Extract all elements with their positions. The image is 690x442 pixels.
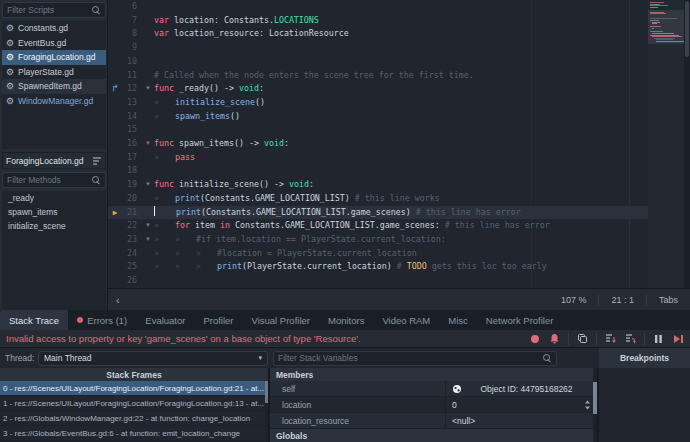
code-line[interactable]: 16▾func spawn_items() -> void: bbox=[108, 137, 690, 151]
script-item[interactable]: ⚙SpawnedItem.gd bbox=[2, 79, 106, 94]
code-area[interactable]: 67var location: Constants.LOCATIONS8var … bbox=[108, 0, 690, 288]
indent-marker: » bbox=[154, 219, 175, 233]
filter-scripts-input[interactable] bbox=[7, 5, 92, 15]
minimap[interactable] bbox=[648, 0, 684, 288]
tab-label: Stack Trace bbox=[9, 315, 59, 326]
script-item[interactable]: ⚙ForagingLocation.gd bbox=[2, 50, 106, 65]
code-line[interactable]: 26 bbox=[108, 274, 690, 288]
code-line[interactable]: 13»initialize_scene() bbox=[108, 96, 690, 110]
fold-arrow-icon[interactable]: ▾ bbox=[142, 219, 154, 233]
code-text bbox=[154, 274, 690, 288]
stack-frame-row[interactable]: 1 - res://Scenes/UILayout/ForagingLocati… bbox=[0, 396, 268, 411]
filter-methods-input[interactable] bbox=[7, 175, 92, 185]
member-row[interactable]: selfObject ID: 44795168262 bbox=[270, 381, 597, 397]
continue-icon[interactable] bbox=[672, 332, 685, 345]
fold-arrow-icon[interactable]: ▾ bbox=[142, 233, 154, 247]
code-line[interactable]: 9 bbox=[108, 41, 690, 55]
copy-error-icon[interactable] bbox=[576, 332, 589, 345]
code-line[interactable]: 25»»»print(PlayerState.current_location)… bbox=[108, 260, 690, 274]
code-text bbox=[154, 41, 690, 55]
code-line[interactable]: 20»print(Constants.GAME_LOCATION_LIST) #… bbox=[108, 192, 690, 206]
tab-visual-profiler[interactable]: Visual Profiler bbox=[243, 310, 319, 330]
current-script-bar[interactable]: ForagingLocation.gd bbox=[2, 152, 106, 169]
value-stepper-icon[interactable] bbox=[584, 400, 591, 410]
error-message: Invalid access to property or key 'game_… bbox=[0, 333, 528, 344]
method-item[interactable]: initialize_scene bbox=[2, 219, 106, 233]
line-number: 15 bbox=[122, 123, 142, 137]
code-line[interactable]: 24»»»#location = PlayerState.current_loc… bbox=[108, 247, 690, 261]
tab-evaluator[interactable]: Evaluator bbox=[136, 310, 194, 330]
editor-vertical-scrollbar[interactable] bbox=[684, 0, 690, 288]
tab-video-ram[interactable]: Video RAM bbox=[373, 310, 439, 330]
break-indicator-icon[interactable] bbox=[528, 332, 541, 345]
caret-position[interactable]: 21 : 1 bbox=[599, 295, 646, 305]
code-line[interactable]: 22▾»for item in Constants.GAME_LOCATION_… bbox=[108, 219, 690, 233]
code-line[interactable]: ↱12▾func _ready() -> void: bbox=[108, 82, 690, 96]
filter-scripts-box bbox=[2, 2, 106, 18]
code-line[interactable]: 8var location_resource: LocationResource bbox=[108, 27, 690, 41]
tab-profiler[interactable]: Profiler bbox=[194, 310, 242, 330]
minimap-viewport[interactable] bbox=[648, 10, 684, 44]
fold-gutter bbox=[142, 55, 154, 69]
code-line[interactable]: 11# Called when the node enters the scen… bbox=[108, 69, 690, 83]
thread-dropdown[interactable]: Main Thread ▾ bbox=[38, 351, 268, 366]
script-item[interactable]: ⚙WindowManager.gd bbox=[2, 94, 106, 109]
fold-arrow-icon[interactable]: ▾ bbox=[142, 178, 154, 192]
stack-frame-row[interactable]: 3 - res://Globals/EventBus.gd:6 - at fun… bbox=[0, 426, 268, 441]
indent-space: » bbox=[155, 206, 176, 220]
fold-arrow-icon[interactable]: ▾ bbox=[142, 82, 154, 96]
code-line[interactable]: 19▾func initialize_scene() -> void: bbox=[108, 178, 690, 192]
tab-errors-1-[interactable]: Errors (1) bbox=[68, 310, 136, 330]
indent-type[interactable]: Tabs bbox=[647, 295, 690, 305]
step-into-icon[interactable] bbox=[604, 332, 617, 345]
tab-network-profiler[interactable]: Network Profiler bbox=[477, 310, 563, 330]
member-row[interactable]: location_resource<null> bbox=[270, 413, 597, 429]
script-item[interactable]: ⚙Constants.gd bbox=[2, 21, 106, 36]
zoom-level[interactable]: 107 % bbox=[549, 295, 599, 305]
fold-gutter bbox=[142, 192, 154, 206]
globals-header[interactable]: Globals bbox=[270, 429, 597, 442]
debugger-content: Stack Frames 0 - res://Scenes/UILayout/F… bbox=[0, 368, 690, 442]
code-line[interactable]: 7var location: Constants.LOCATIONS bbox=[108, 14, 690, 28]
search-icon bbox=[543, 354, 552, 363]
script-item[interactable]: ⚙PlayerState.gd bbox=[2, 65, 106, 80]
toggle-scripts-panel-button[interactable]: ‹ bbox=[108, 294, 128, 306]
break-icon[interactable] bbox=[652, 332, 665, 345]
member-value: <null> bbox=[445, 413, 597, 428]
gutter-marker bbox=[108, 137, 122, 151]
line-number: 22 bbox=[122, 219, 142, 233]
method-item[interactable]: _ready bbox=[2, 191, 106, 205]
code-line[interactable]: 23▾»»#if item.location == PlayerState.cu… bbox=[108, 233, 690, 247]
tab-monitors[interactable]: Monitors bbox=[319, 310, 373, 330]
tab-stack-trace[interactable]: Stack Trace bbox=[0, 310, 68, 330]
skip-breakpoints-icon[interactable] bbox=[548, 332, 561, 345]
method-item[interactable]: spawn_items bbox=[2, 205, 106, 219]
stack-frame-row[interactable]: 0 - res://Scenes/UILayout/ForagingLocati… bbox=[0, 381, 268, 396]
code-line[interactable]: 6 bbox=[108, 0, 690, 14]
stack-frame-row[interactable]: 2 - res://Globals/WindowManager.gd:22 - … bbox=[0, 411, 268, 426]
code-line[interactable]: 15 bbox=[108, 123, 690, 137]
scrollbar-thumb[interactable] bbox=[685, 1, 689, 57]
gdscript-icon: ⚙ bbox=[6, 52, 18, 62]
fold-gutter bbox=[142, 96, 154, 110]
code-line[interactable]: ▶21»print(Constants.GAME_LOCATION_LIST.g… bbox=[108, 206, 690, 220]
script-item[interactable]: ⚙EventBus.gd bbox=[2, 36, 106, 51]
code-line[interactable]: 10 bbox=[108, 55, 690, 69]
divider bbox=[644, 333, 645, 345]
step-over-icon[interactable] bbox=[624, 332, 637, 345]
member-row[interactable]: location0 bbox=[270, 397, 597, 413]
gutter-marker bbox=[108, 27, 122, 41]
tab-misc[interactable]: Misc bbox=[439, 310, 477, 330]
method-sort-icon[interactable] bbox=[92, 156, 102, 166]
code-text: »spawn_items() bbox=[154, 110, 690, 124]
object-id-text[interactable]: Object ID: 44795168262 bbox=[462, 384, 591, 394]
fold-arrow-icon[interactable]: ▾ bbox=[142, 137, 154, 151]
script-item-label: PlayerState.gd bbox=[18, 67, 74, 77]
method-list: _readyspawn_itemsinitialize_scene bbox=[2, 191, 106, 310]
tab-label: Evaluator bbox=[145, 315, 185, 326]
code-line[interactable]: 18 bbox=[108, 164, 690, 178]
code-line[interactable]: 17»pass bbox=[108, 151, 690, 165]
code-line[interactable]: 14»spawn_items() bbox=[108, 110, 690, 124]
filter-stack-variables-input[interactable] bbox=[278, 353, 543, 363]
members-header[interactable]: Members bbox=[270, 368, 597, 381]
